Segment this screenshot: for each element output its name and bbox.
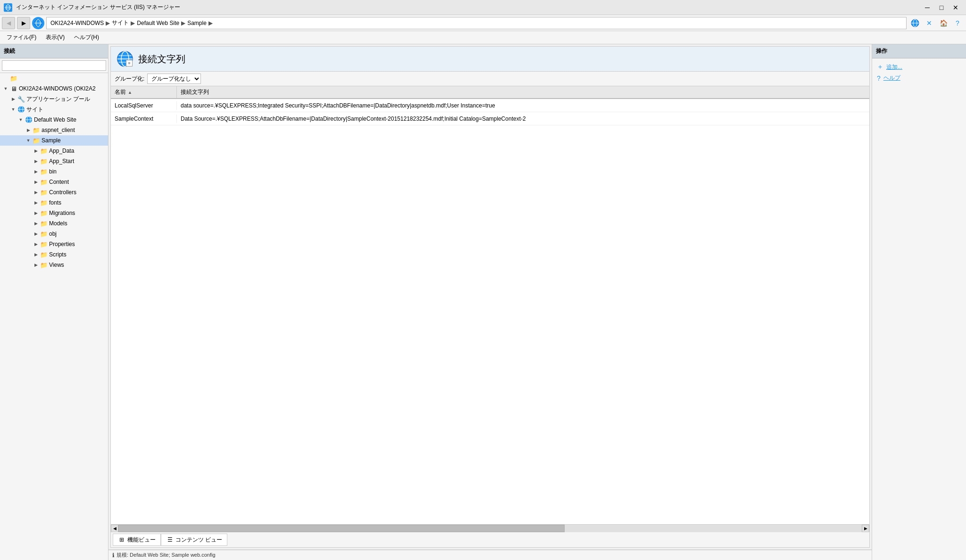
sites-icon: [17, 106, 25, 113]
controllers-label: Controllers: [48, 189, 76, 196]
tree-item-sample[interactable]: ▼ 📁 Sample: [0, 135, 108, 146]
tree-item-properties[interactable]: ▶ 📁 Properties: [0, 239, 108, 249]
sites-label: サイト: [25, 106, 43, 114]
tree-arrow-server: ▼: [2, 86, 9, 91]
breadcrumb: OKI2A24-WINDOWS ▶ サイト ▶ Default Web Site…: [46, 17, 907, 29]
fonts-folder-icon: 📁: [40, 199, 48, 206]
col-header-value[interactable]: 接続文字列: [177, 86, 869, 98]
breadcrumb-sep-1: ▶: [106, 20, 110, 26]
feature-table: 名前 ▲ 接続文字列 LocalSqlServer data source=.¥…: [111, 86, 869, 524]
tree-item-sites[interactable]: ▼ サイト: [0, 104, 108, 115]
nav-refresh-button[interactable]: [908, 17, 922, 29]
minimize-button[interactable]: ─: [921, 2, 934, 13]
tree-item-root[interactable]: 📁: [0, 73, 108, 83]
menu-help[interactable]: ヘルプ(H): [69, 32, 104, 43]
cell-value-0: data source=.¥SQLEXPRESS;Integrated Secu…: [177, 101, 869, 110]
tree-item-fonts[interactable]: ▶ 📁 fonts: [0, 198, 108, 208]
bottom-tabs: ⊞ 機能ビュー ☰ コンテンツ ビュー: [111, 532, 869, 547]
add-icon: ＋: [877, 63, 883, 71]
nav-home-button[interactable]: 🏠: [937, 17, 950, 29]
status-icon: ℹ: [112, 552, 115, 559]
tree-item-appdata[interactable]: ▶ 📁 App_Data: [0, 146, 108, 156]
tree-arrow-migrations: ▶: [32, 211, 40, 215]
tree-item-scripts[interactable]: ▶ 📁 Scripts: [0, 249, 108, 260]
tree-item-apppool[interactable]: ▶ 🔧 アプリケーション プール: [0, 94, 108, 104]
tree-arrow-fonts: ▶: [32, 200, 40, 205]
breadcrumb-item-1[interactable]: OKI2A24-WINDOWS: [50, 20, 104, 26]
sidebar-search-input[interactable]: [2, 60, 106, 71]
tab-feature-view[interactable]: ⊞ 機能ビュー: [113, 534, 161, 546]
tree-item-content[interactable]: ▶ 📁 Content: [0, 177, 108, 187]
main-layout: 接続 📁 ▼ 🖥 OKI2A24-WINDOWS (OKI2A2 ▶ 🔧 アプリ…: [0, 44, 966, 560]
groupby-select[interactable]: グループ化なし: [147, 74, 201, 84]
appstart-label: App_Start: [48, 158, 74, 165]
forward-button[interactable]: ▶: [17, 17, 30, 29]
help-icon: ?: [877, 74, 881, 82]
menu-view[interactable]: 表示(V): [41, 32, 69, 43]
scripts-label: Scripts: [48, 251, 67, 258]
tab-content-view[interactable]: ☰ コンテンツ ビュー: [161, 534, 227, 546]
groupby-label: グループ化:: [115, 75, 144, 83]
aspnet-folder-icon: 📁: [32, 126, 41, 134]
controllers-folder-icon: 📁: [40, 189, 48, 196]
breadcrumb-item-4[interactable]: Sample: [187, 20, 207, 26]
obj-folder-icon: 📁: [40, 230, 48, 238]
tree-arrow-apppool: ▶: [9, 97, 17, 101]
breadcrumb-item-3[interactable]: Default Web Site: [137, 20, 179, 26]
tree-arrow-aspnet: ▶: [25, 128, 32, 132]
nav-help-button[interactable]: ?: [951, 17, 964, 29]
help-link[interactable]: ヘルプ: [883, 74, 900, 82]
col-header-name[interactable]: 名前 ▲: [111, 86, 177, 98]
scroll-right-btn[interactable]: ▶: [862, 525, 869, 532]
table-row[interactable]: SampleContext Data Source=.¥SQLEXPRESS;A…: [111, 112, 869, 125]
content-area: ≡ 接続文字列 グループ化: グループ化なし 名前 ▲ 接続文字列: [108, 44, 872, 560]
nav-globe-icon: [32, 17, 44, 29]
nav-icon-group: ✕ 🏠 ?: [908, 17, 964, 29]
menu-bar: ファイル(F) 表示(V) ヘルプ(H): [0, 31, 966, 44]
tree-item-views[interactable]: ▶ 📁 Views: [0, 260, 108, 270]
table-body: LocalSqlServer data source=.¥SQLEXPRESS;…: [111, 99, 869, 524]
feature-toolbar: グループ化: グループ化なし: [111, 72, 869, 86]
website-icon: [25, 116, 33, 124]
close-button[interactable]: ✕: [949, 2, 962, 13]
tree-item-defaultwebsite[interactable]: ▼ Default Web Site: [0, 115, 108, 125]
title-bar: インターネット インフォメーション サービス (IIS) マネージャー ─ □ …: [0, 0, 966, 15]
table-row[interactable]: LocalSqlServer data source=.¥SQLEXPRESS;…: [111, 99, 869, 112]
scrollbar-track[interactable]: [118, 525, 862, 532]
table-header: 名前 ▲ 接続文字列: [111, 86, 869, 99]
tree-item-aspnet[interactable]: ▶ 📁 aspnet_client: [0, 125, 108, 135]
tree-arrow-appstart: ▶: [32, 159, 40, 164]
dws-label: Default Web Site: [33, 116, 76, 123]
tree-item-server[interactable]: ▼ 🖥 OKI2A24-WINDOWS (OKI2A2: [0, 83, 108, 94]
right-panel-item-help[interactable]: ? ヘルプ: [872, 73, 966, 83]
add-link[interactable]: 追加...: [886, 63, 902, 71]
back-button[interactable]: ◀: [2, 17, 15, 29]
tree-arrow-scripts: ▶: [32, 252, 40, 257]
feature-header: ≡ 接続文字列: [111, 47, 869, 72]
properties-folder-icon: 📁: [40, 240, 48, 248]
nav-stop-button[interactable]: ✕: [923, 17, 936, 29]
breadcrumb-item-2[interactable]: サイト: [112, 19, 129, 27]
tree-item-bin[interactable]: ▶ 📁 bin: [0, 166, 108, 177]
maximize-button[interactable]: □: [935, 2, 948, 13]
status-text: 規模: Default Web Site; Sample web.config: [117, 552, 216, 559]
bin-label: bin: [48, 168, 57, 175]
appdata-folder-icon: 📁: [40, 147, 48, 155]
scroll-left-btn[interactable]: ◀: [111, 525, 118, 532]
tree-arrow-controllers: ▶: [32, 190, 40, 195]
menu-file[interactable]: ファイル(F): [2, 32, 41, 43]
tree-item-migrations[interactable]: ▶ 📁 Migrations: [0, 208, 108, 218]
breadcrumb-sep-2: ▶: [131, 20, 135, 26]
app-icon: [4, 3, 12, 12]
tree-item-appstart[interactable]: ▶ 📁 App_Start: [0, 156, 108, 166]
tree-item-controllers[interactable]: ▶ 📁 Controllers: [0, 187, 108, 198]
tree-item-obj[interactable]: ▶ 📁 obj: [0, 229, 108, 239]
nav-bar: ◀ ▶ OKI2A24-WINDOWS ▶ サイト ▶ Default Web …: [0, 15, 966, 31]
tree-arrow-dws: ▼: [17, 117, 25, 122]
right-panel-item-add[interactable]: ＋ 追加...: [872, 61, 966, 73]
models-label: Models: [48, 220, 67, 227]
tree-item-models[interactable]: ▶ 📁 Models: [0, 218, 108, 229]
breadcrumb-sep-3: ▶: [181, 20, 185, 26]
scrollbar-thumb[interactable]: [118, 525, 565, 532]
obj-label: obj: [48, 231, 57, 237]
